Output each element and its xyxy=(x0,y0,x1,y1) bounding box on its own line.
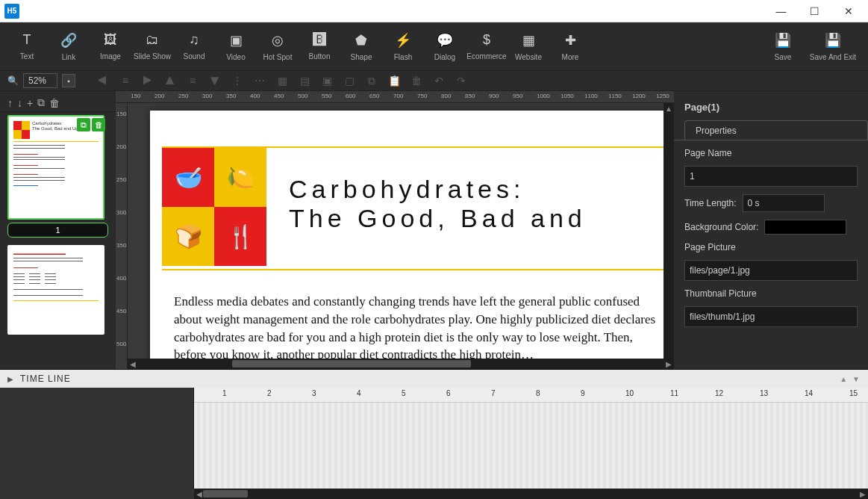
ungroup-button[interactable]: ▤ xyxy=(296,72,313,89)
pages-panel: ↑ ↓ + ⧉ 🗑 Carbohydrates:The Good, Bad an… xyxy=(0,91,116,369)
doc-body-text: Endless media debates and constantly cha… xyxy=(174,293,666,364)
canvas[interactable]: 🥣 🍋 🍞 🍴 Carbohydrates:The Good, Bad and … xyxy=(128,103,674,369)
ruler-horizontal: 1502002503003504004505005506006507007508… xyxy=(116,91,674,103)
dialog-icon: 💬 xyxy=(437,32,453,49)
zoom-value[interactable]: 52% xyxy=(23,73,57,88)
copy-button[interactable]: ⧉ xyxy=(363,72,380,89)
pages-panel-tools: ↑ ↓ + ⧉ 🗑 xyxy=(0,94,116,112)
secondary-toolbar: 🔍 52% ▪ ⯇ ≡ ⯈ ⯅ ≡ ⯆ ⋮ ⋯ ▦ ▤ ▣ ▢ ⧉ 📋 🗑 ↶ … xyxy=(0,70,868,91)
thumbnail-2-preview: ▬▬▬▬▬▬▬▬▬▬▬▬▬▬ ▬▬▬▬▬▬▬▬▬▬▬▬▬▬▬▬▬▬▬▬▬▬▬▬▬… xyxy=(13,251,99,301)
thumbnail-list: Carbohydrates:The Good, Bad and Ugl… ▬▬▬… xyxy=(0,112,116,369)
tool-hot-spot[interactable]: ◎Hot Spot xyxy=(258,32,297,61)
align-center-button[interactable]: ≡ xyxy=(117,72,134,89)
save-label: Save xyxy=(775,53,792,61)
page-add-button[interactable]: + xyxy=(27,97,33,109)
timeline-scrollbar[interactable]: ◀ ▶ xyxy=(194,489,868,499)
titlebar: H5 — ☐ ✕ xyxy=(0,0,868,22)
flash-icon: ⚡ xyxy=(395,32,411,49)
distribute-h-button[interactable]: ⋮ xyxy=(229,72,246,89)
bg-color-swatch[interactable] xyxy=(764,220,846,235)
sound-icon: ♫ xyxy=(189,32,199,48)
tool-video[interactable]: ▣Video xyxy=(216,32,255,61)
page-name-label: Page Name xyxy=(684,148,858,158)
app-icon: H5 xyxy=(4,4,19,19)
redo-button[interactable]: ↷ xyxy=(453,72,469,89)
minimize-button[interactable]: — xyxy=(764,0,798,22)
timeline-panel: ▶ TIME LINE ▲ ▼ 123456789101112131415 ◀ … xyxy=(0,369,868,499)
canvas-scrollbar-vertical[interactable]: ▲ xyxy=(664,103,674,359)
tool-image[interactable]: 🖼Image xyxy=(91,32,130,61)
distribute-v-button[interactable]: ⋯ xyxy=(252,72,268,89)
ruler-vertical: 150200250300350400450500 xyxy=(116,103,128,369)
tool-flash[interactable]: ⚡Flash xyxy=(384,32,422,61)
zoom-dropdown[interactable]: ▪ xyxy=(62,74,75,87)
undo-button[interactable]: ↶ xyxy=(431,72,447,89)
ecommerce-icon: $ xyxy=(483,32,490,48)
properties-tab[interactable]: Properties xyxy=(684,120,868,140)
save-and-exit-button[interactable]: 💾 Save And Exit xyxy=(805,32,861,61)
zoom-control[interactable]: 🔍 52% ▪ xyxy=(7,73,75,88)
image-icon: 🖼 xyxy=(104,32,117,48)
page-name-input[interactable] xyxy=(684,166,858,187)
canvas-scrollbar-horizontal[interactable]: ◀ ▶ xyxy=(128,359,674,369)
bring-front-button[interactable]: ▣ xyxy=(319,72,335,89)
page-delete-button[interactable]: 🗑 xyxy=(49,97,60,109)
tool-link[interactable]: 🔗Link xyxy=(49,32,88,61)
shape-icon: ⬟ xyxy=(355,32,367,49)
tool-ecommerce[interactable]: $Ecommerce xyxy=(467,32,506,61)
thumb-picture-input[interactable] xyxy=(684,306,858,327)
thumb-delete-icon[interactable]: 🗑 xyxy=(92,118,105,131)
slide-show-icon: 🗂 xyxy=(146,32,159,48)
thumbnail-1-label: 1 xyxy=(7,223,108,238)
timeline-down-icon[interactable]: ▼ xyxy=(852,375,861,383)
doc-icon-grid: 🥣 🍋 🍞 🍴 xyxy=(162,148,266,266)
workspace: ↑ ↓ + ⧉ 🗑 Carbohydrates:The Good, Bad an… xyxy=(0,91,868,369)
tool-button[interactable]: 🅱Button xyxy=(300,32,339,61)
tool-sound[interactable]: ♫Sound xyxy=(175,32,213,61)
timeline-up-icon[interactable]: ▲ xyxy=(840,375,848,383)
group-button[interactable]: ▦ xyxy=(274,72,290,89)
properties-panel: Page(1) Properties Page Name Time Length… xyxy=(674,91,868,369)
tool-more[interactable]: ✚More xyxy=(551,32,590,61)
timeline-label: TIME LINE xyxy=(20,374,71,384)
align-bottom-button[interactable]: ⯆ xyxy=(207,72,223,89)
send-back-button[interactable]: ▢ xyxy=(341,72,357,89)
close-button[interactable]: ✕ xyxy=(831,0,865,22)
save-icon: 💾 xyxy=(775,32,791,49)
thumbnail-1[interactable]: Carbohydrates:The Good, Bad and Ugl… ▬▬▬… xyxy=(7,115,108,238)
hot-spot-icon: ◎ xyxy=(272,32,284,49)
doc-title: Carbohydrates:The Good, Bad and xyxy=(289,175,587,233)
text-icon: T xyxy=(23,32,31,48)
timeline-header[interactable]: ▶ TIME LINE ▲ ▼ xyxy=(0,370,868,388)
align-top-button[interactable]: ⯅ xyxy=(162,72,178,89)
maximize-button[interactable]: ☐ xyxy=(798,0,831,22)
tool-text[interactable]: TText xyxy=(7,32,46,61)
video-icon: ▣ xyxy=(230,32,243,49)
thumbnail-2[interactable]: ▬▬▬▬▬▬▬▬▬▬▬▬▬▬ ▬▬▬▬▬▬▬▬▬▬▬▬▬▬▬▬▬▬▬▬▬▬▬▬▬… xyxy=(7,245,108,335)
time-length-label: Time Length: xyxy=(684,198,737,208)
timeline-grid[interactable] xyxy=(194,403,868,489)
main-toolbar: TText🔗Link🖼Image🗂Slide Show♫Sound▣Video◎… xyxy=(0,22,868,70)
page-down-button[interactable]: ↓ xyxy=(17,97,22,109)
tool-website[interactable]: ▦Website xyxy=(509,32,548,61)
page-picture-input[interactable] xyxy=(684,260,858,281)
paste-button[interactable]: 📋 xyxy=(386,72,402,89)
page-up-button[interactable]: ↑ xyxy=(7,97,13,109)
align-middle-button[interactable]: ≡ xyxy=(184,72,201,89)
link-icon: 🔗 xyxy=(60,32,77,49)
thumb-copy-icon[interactable]: ⧉ xyxy=(77,118,90,131)
page-copy-button[interactable]: ⧉ xyxy=(37,96,45,109)
document-page[interactable]: 🥣 🍋 🍞 🍴 Carbohydrates:The Good, Bad and … xyxy=(150,111,674,369)
tool-shape[interactable]: ⬟Shape xyxy=(342,32,381,61)
save-exit-label: Save And Exit xyxy=(810,53,856,61)
tool-slide-show[interactable]: 🗂Slide Show xyxy=(133,32,172,61)
save-button[interactable]: 💾 Save xyxy=(764,32,802,61)
align-right-button[interactable]: ⯈ xyxy=(140,72,156,89)
timeline-ruler: 123456789101112131415 xyxy=(194,388,868,403)
thumb-picture-label: Thumbnail Picture xyxy=(684,288,858,299)
delete-button[interactable]: 🗑 xyxy=(408,72,425,89)
align-left-button[interactable]: ⯇ xyxy=(95,72,111,89)
tool-dialog[interactable]: 💬Dialog xyxy=(425,32,464,61)
timeline-collapse-icon[interactable]: ▶ xyxy=(7,375,14,383)
time-length-input[interactable] xyxy=(743,194,825,212)
